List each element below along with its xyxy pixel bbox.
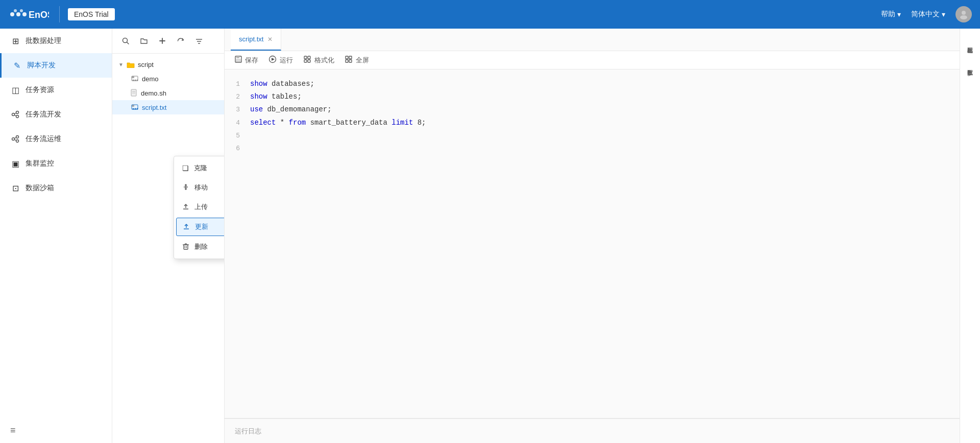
header-right: 帮助 ▾ 简体中文 ▾ xyxy=(881,6,972,22)
svg-rect-57 xyxy=(308,60,310,62)
fullscreen-button[interactable]: 全屏 xyxy=(345,55,369,65)
sidebar-item-task-flow-ops[interactable]: 任务流运维 xyxy=(0,127,112,151)
svg-point-13 xyxy=(12,138,15,141)
context-menu-move[interactable]: 移动 xyxy=(174,178,224,197)
svg-rect-60 xyxy=(346,60,348,62)
user-avatar[interactable] xyxy=(955,6,972,22)
editor-toolbar: 保存 运行 格式化 全屏 xyxy=(225,51,960,69)
upload-icon xyxy=(182,203,189,212)
context-menu: ❏ 克隆 移动 上传 xyxy=(174,156,224,259)
sidebar-item-label: 任务流开发 xyxy=(26,110,61,119)
item-label: demo.sh xyxy=(141,89,166,97)
sidebar-item-label: 集群监控 xyxy=(26,159,54,168)
file-panel: ▼ script demo demo.sh xyxy=(112,29,225,443)
sidebar-item-task-flow-dev[interactable]: 任务流开发 xyxy=(0,102,112,127)
svg-point-6 xyxy=(962,11,966,15)
add-file-button[interactable] xyxy=(155,34,169,48)
app-title: EnOS Trial xyxy=(68,8,115,20)
filter-button[interactable] xyxy=(192,34,206,48)
editor-log: 运行日志 xyxy=(225,418,960,443)
sidebar-item-label: 批数据处理 xyxy=(26,36,61,45)
file-panel-toolbar xyxy=(112,29,224,54)
tree-item-demo-sh[interactable]: demo.sh xyxy=(112,86,224,100)
task-flow-dev-icon xyxy=(10,109,20,120)
save-icon xyxy=(235,56,242,64)
sidebar-collapse-button[interactable]: ≡ xyxy=(0,418,112,443)
sidebar-item-data-sandbox[interactable]: ⊡ 数据沙箱 xyxy=(0,176,112,200)
format-button[interactable]: 格式化 xyxy=(303,55,334,65)
svg-point-28 xyxy=(135,80,136,81)
clone-icon: ❏ xyxy=(182,164,189,172)
sidebar: ⊞ 批数据处理 ✎ 脚本开发 ◫ 任务资源 任务流开发 任务流运维 ▣ 集群监控 xyxy=(0,29,112,443)
tab-close-button[interactable]: ✕ xyxy=(267,36,273,43)
sidebar-item-script[interactable]: ✎ 脚本开发 xyxy=(0,53,112,78)
logo: EnOS xyxy=(8,6,60,22)
svg-line-19 xyxy=(127,42,129,44)
tab-script-txt[interactable]: script.txt ✕ xyxy=(231,29,281,51)
context-menu-update[interactable]: 更新 xyxy=(176,218,224,236)
right-panel-param-config[interactable]: 参数配置 xyxy=(960,59,980,72)
sidebar-item-batch[interactable]: ⊞ 批数据处理 xyxy=(0,29,112,53)
right-panel-basic-config[interactable]: 基础配置 xyxy=(960,37,980,49)
run-icon xyxy=(268,55,277,65)
editor-area: script.txt ✕ 保存 运行 格式化 xyxy=(225,29,960,443)
refresh-button[interactable] xyxy=(174,34,188,48)
svg-marker-53 xyxy=(272,58,275,61)
svg-rect-59 xyxy=(349,56,352,59)
file-tree: ▼ script demo demo.sh xyxy=(112,54,224,443)
run-button[interactable]: 运行 xyxy=(268,55,293,65)
tree-item-demo[interactable]: demo xyxy=(112,72,224,86)
svg-rect-54 xyxy=(304,56,307,59)
header: EnOS EnOS Trial 帮助 ▾ 简体中文 ▾ xyxy=(0,0,980,29)
svg-rect-44 xyxy=(184,245,188,249)
svg-line-16 xyxy=(15,137,16,138)
item-label: demo xyxy=(142,75,159,83)
context-menu-clone[interactable]: ❏ 克隆 xyxy=(174,158,224,178)
code-lines: 1 show databases; 2 show tables; 3 use d… xyxy=(225,78,960,155)
tree-item-script-txt[interactable]: script.txt xyxy=(112,100,224,114)
svg-line-12 xyxy=(15,115,16,116)
svg-rect-50 xyxy=(236,56,239,58)
editor-content[interactable]: 1 show databases; 2 show tables; 3 use d… xyxy=(225,69,960,418)
code-line-2: 2 show tables; xyxy=(225,90,960,103)
sidebar-item-cluster-monitor[interactable]: ▣ 集群监控 xyxy=(0,151,112,176)
search-button[interactable] xyxy=(118,34,133,48)
save-button[interactable]: 保存 xyxy=(235,56,258,65)
new-folder-button[interactable] xyxy=(137,34,151,48)
svg-point-36 xyxy=(135,108,136,110)
move-icon xyxy=(182,183,189,192)
svg-point-8 xyxy=(12,113,15,116)
svg-point-14 xyxy=(16,136,19,138)
svg-point-15 xyxy=(16,140,19,143)
help-menu[interactable]: 帮助 ▾ xyxy=(881,10,901,19)
svg-point-7 xyxy=(960,15,967,19)
tree-folder-script[interactable]: ▼ script xyxy=(112,58,224,72)
svg-rect-55 xyxy=(308,56,310,59)
svg-point-2 xyxy=(22,12,27,16)
data-sandbox-icon: ⊡ xyxy=(10,183,20,193)
svg-point-27 xyxy=(133,80,134,81)
lang-chevron-icon: ▾ xyxy=(942,10,945,18)
svg-point-29 xyxy=(137,80,138,81)
svg-rect-51 xyxy=(236,59,240,62)
language-menu[interactable]: 简体中文 ▾ xyxy=(911,10,945,19)
svg-point-0 xyxy=(10,12,14,16)
svg-rect-58 xyxy=(346,56,348,59)
svg-point-3 xyxy=(14,9,17,12)
svg-point-35 xyxy=(133,108,134,110)
task-resource-icon: ◫ xyxy=(10,85,20,95)
right-panel: 基础配置 参数配置 xyxy=(960,29,980,443)
svg-line-11 xyxy=(15,113,16,114)
sidebar-item-task-resource[interactable]: ◫ 任务资源 xyxy=(0,78,112,102)
context-menu-delete[interactable]: 删除 xyxy=(174,237,224,257)
sidebar-item-label: 任务流运维 xyxy=(26,134,61,144)
svg-rect-61 xyxy=(349,60,352,62)
expand-icon: ▼ xyxy=(118,62,124,67)
folder-label: script xyxy=(138,61,154,68)
help-chevron-icon: ▾ xyxy=(897,10,901,18)
svg-point-37 xyxy=(137,108,138,110)
code-line-3: 3 use db_demomanager; xyxy=(225,103,960,116)
context-menu-upload[interactable]: 上传 xyxy=(174,197,224,217)
svg-text:EnOS: EnOS xyxy=(29,10,49,20)
code-line-1: 1 show databases; xyxy=(225,78,960,90)
